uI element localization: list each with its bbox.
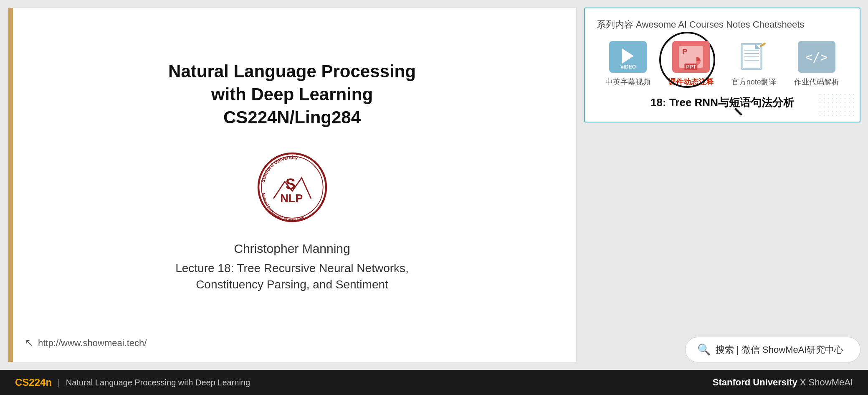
title-line3: CS224N/Ling284: [223, 107, 361, 127]
lecture-line2: Constituency Parsing, and Sentiment: [196, 278, 388, 291]
svg-line-7: [736, 109, 741, 115]
series-card: 系列内容 Awesome AI Courses Notes Cheatsheet…: [584, 8, 860, 122]
dotted-decoration: [818, 92, 855, 117]
right-panel: 系列内容 Awesome AI Courses Notes Cheatsheet…: [584, 0, 868, 370]
stanford-nlp-logo: Stanford University Natural Language Pro…: [255, 150, 330, 225]
bottom-university: Stanford University: [713, 377, 797, 387]
ppt-icon-item[interactable]: PPT 课件动态注释: [668, 41, 714, 87]
code-icon-item[interactable]: </> 作业代码解析: [794, 41, 839, 87]
bottom-description: Natural Language Processing with Deep Le…: [66, 378, 250, 387]
series-icons: VIDEO 中英字幕视频: [597, 41, 848, 87]
magnifier-icon: [721, 94, 742, 115]
title-line2: with Deep Learning: [211, 84, 373, 104]
slide-url[interactable]: ↖ http://www.showmeai.tech/: [25, 336, 147, 349]
note-icon-label: 官方note翻译: [731, 77, 776, 87]
ppt-icon-box: PPT: [672, 41, 710, 73]
search-icon: 🔍: [697, 343, 711, 356]
bottom-bar: CS224n | Natural Language Processing wit…: [0, 370, 868, 395]
series-title: 系列内容 Awesome AI Courses Notes Cheatsheet…: [597, 18, 848, 31]
slide-panel: Natural Language Processing with Deep Le…: [8, 8, 577, 362]
cursor-icon: ↖: [25, 336, 34, 349]
bottom-separator: |: [58, 377, 60, 388]
ppt-icon-label: 课件动态注释: [668, 77, 714, 87]
url-text: http://www.showmeai.tech/: [38, 338, 147, 349]
video-label: VIDEO: [619, 64, 638, 70]
title-line1: Natural Language Processing: [168, 61, 416, 81]
code-icon-box: </>: [798, 41, 835, 73]
ppt-label: PPT: [684, 64, 697, 70]
play-triangle-icon: [622, 48, 634, 64]
search-bar[interactable]: 🔍 搜索 | 微信 ShowMeAI研究中心: [685, 337, 860, 362]
bottom-left: CS224n | Natural Language Processing wit…: [15, 377, 250, 388]
slide-author: Christopher Manning: [234, 242, 350, 256]
video-icon-item[interactable]: VIDEO 中英字幕视频: [605, 41, 650, 87]
svg-text:S: S: [285, 176, 295, 193]
bottom-suffix: X ShowMeAI: [797, 377, 853, 387]
video-icon-box: VIDEO: [609, 41, 647, 73]
code-icon-label: 作业代码解析: [794, 77, 839, 87]
lecture-line1: Lecture 18: Tree Recursive Neural Networ…: [175, 262, 409, 275]
slide-lecture: Lecture 18: Tree Recursive Neural Networ…: [175, 260, 409, 293]
slide-left-bar: [8, 8, 13, 362]
search-text: 搜索 | 微信 ShowMeAI研究中心: [716, 344, 843, 356]
svg-text:NLP: NLP: [280, 192, 303, 205]
note-icon-box: [735, 41, 772, 73]
note-icon-item[interactable]: 官方note翻译: [731, 41, 776, 87]
slide-title: Natural Language Processing with Deep Le…: [168, 60, 416, 129]
bottom-course: CS224n: [15, 377, 52, 388]
bottom-right: Stanford University X ShowMeAI: [713, 377, 853, 388]
video-icon-label: 中英字幕视频: [605, 77, 650, 87]
